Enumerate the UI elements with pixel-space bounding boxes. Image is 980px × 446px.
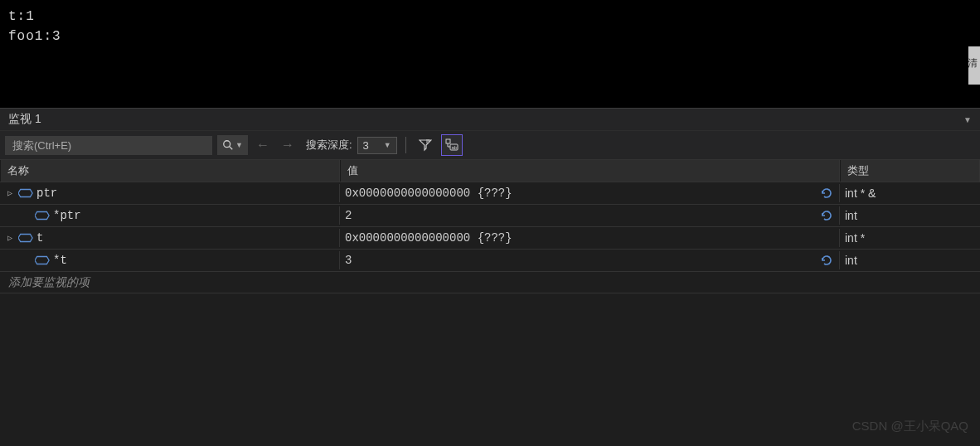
variable-icon [35,211,50,221]
refresh-icon [820,187,833,200]
cell-type: int [840,206,980,225]
refresh-button[interactable] [819,253,834,268]
cell-type: int [840,251,980,269]
refresh-icon [820,209,833,222]
svg-rect-4 [446,139,450,143]
chevron-down-icon: ▼ [235,141,243,149]
cell-name: ▷ t [0,229,340,247]
table-row[interactable]: ▷ t 0x0000000000000000 {???} int * [0,226,980,249]
variable-icon [18,233,33,244]
variable-value: 3 [345,254,352,267]
variable-name: ptr [36,187,57,200]
cell-type: int * & [840,184,980,202]
watch-table-body: ▷ ptr 0x0000000000000000 {???} int * & *… [0,182,980,293]
watch-table-header: 名称 值 类型 [0,159,980,182]
console-output: t:1 foo1:3 [0,0,980,108]
variable-icon [35,255,50,266]
variable-value: 0x0000000000000000 {???} [345,187,512,200]
arrow-left-icon: ← [256,138,269,152]
expand-arrow-icon[interactable]: ▷ [5,188,15,198]
svg-line-1 [230,147,233,150]
console-line: t:1 [8,7,972,27]
add-watch-item[interactable]: 添加要监视的项 [0,271,980,293]
depth-select[interactable]: 3 ▼ [357,137,397,154]
table-row[interactable]: *ptr 2 int [0,204,980,226]
svg-text:ab: ab [451,145,457,150]
variable-icon [18,188,33,199]
column-header-type[interactable]: 类型 [840,160,980,182]
cell-name: *ptr [0,206,340,225]
variable-value: 0x0000000000000000 {???} [345,231,512,245]
cell-value: 2 [340,206,840,225]
arrow-right-icon: → [281,138,294,152]
refresh-icon [820,254,833,267]
display-mode-button[interactable]: ab [441,134,463,156]
watch-toolbar: ▼ ← → 搜索深度: 3 ▼ ab [0,130,980,159]
variable-value: 2 [345,209,352,222]
console-line: foo1:3 [8,27,972,46]
watch-panel-header[interactable]: 监视 1 ▼ [0,108,980,130]
variable-name: *t [53,254,67,267]
watermark: CSDN @王小呆QAQ [852,419,968,434]
variable-name: t [36,231,43,245]
column-header-name[interactable]: 名称 [0,160,340,182]
refresh-button[interactable] [819,208,834,223]
display-mode-icon: ab [445,138,458,152]
variable-name: *ptr [53,209,81,222]
table-row[interactable]: *t 3 int [0,249,980,271]
filter-button[interactable] [415,134,436,156]
cell-type: int * [840,229,980,247]
cell-value: 0x0000000000000000 {???} [340,229,840,247]
panel-title: 监视 1 [8,112,41,127]
nav-forward-button[interactable]: → [278,138,298,153]
filter-icon [419,138,432,152]
side-badge[interactable]: 清 [968,46,980,85]
search-button[interactable]: ▼ [217,135,248,155]
chevron-down-icon: ▼ [384,141,391,149]
cell-name: ▷ ptr [0,184,340,202]
expand-arrow-icon[interactable]: ▷ [5,233,15,243]
chevron-down-icon[interactable]: ▼ [963,115,972,124]
depth-value: 3 [363,139,369,152]
refresh-button[interactable] [819,186,834,201]
column-header-value[interactable]: 值 [340,160,840,182]
table-row[interactable]: ▷ ptr 0x0000000000000000 {???} int * & [0,182,980,204]
svg-point-0 [224,141,230,148]
cell-value: 0x0000000000000000 {???} [340,184,840,202]
search-input[interactable] [5,136,212,155]
search-icon [222,139,234,151]
nav-back-button[interactable]: ← [253,138,273,153]
cell-name: *t [0,251,340,269]
cell-value: 3 [340,251,840,269]
toolbar-separator [405,137,406,153]
depth-label: 搜索深度: [306,138,352,153]
